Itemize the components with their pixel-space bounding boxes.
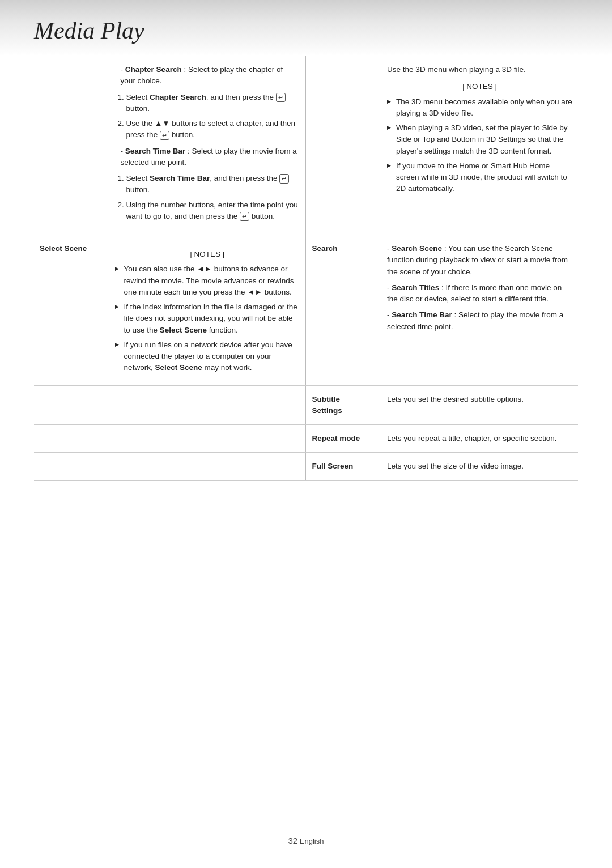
search-scene-item: - Search Scene : You can use the Search … bbox=[387, 243, 572, 278]
label-select-scene: Select Scene bbox=[34, 235, 109, 386]
notes-header-right: NOTES bbox=[387, 81, 572, 92]
enter-button-icon-3: ↵ bbox=[279, 174, 289, 183]
note-right-1: The 3D menu becomes available only when … bbox=[387, 96, 572, 120]
step-2-search: Using the number buttons, enter the time… bbox=[126, 199, 300, 223]
label-empty-1 bbox=[34, 56, 109, 235]
search-time-bar-steps: Select Search Time Bar, and then press t… bbox=[115, 173, 300, 222]
content-table: Chapter Search : Select to play the chap… bbox=[34, 56, 578, 481]
notes-header-left: NOTES bbox=[115, 249, 300, 260]
enter-button-icon-4: ↵ bbox=[240, 212, 249, 221]
3d-intro: Use the 3D menu when playing a 3D file. bbox=[387, 64, 572, 75]
enter-button-icon: ↵ bbox=[276, 93, 286, 102]
left-content-empty-fullscreen bbox=[109, 453, 306, 480]
label-empty-repeat-left bbox=[34, 425, 109, 453]
table-row: Chapter Search : Select to play the chap… bbox=[34, 56, 578, 235]
note-left-3: If you run files on a network device aft… bbox=[115, 339, 300, 374]
left-content-select-scene-notes: NOTES You can also use the ◄► buttons to… bbox=[109, 235, 306, 386]
right-content-repeat: Lets you repeat a title, chapter, or spe… bbox=[381, 425, 578, 453]
note-right-3: If you move to the Home or Smart Hub Hom… bbox=[387, 160, 572, 195]
step-1-chapter: Select Chapter Search, and then press th… bbox=[126, 92, 300, 115]
chapter-search-steps: Select Chapter Search, and then press th… bbox=[115, 92, 300, 141]
chapter-search-intro: Chapter Search : Select to play the chap… bbox=[115, 64, 300, 87]
table-row-subtitle: SubtitleSettings Lets you set the desire… bbox=[34, 385, 578, 425]
search-time-bar-intro: Search Time Bar : Select to play the mov… bbox=[115, 146, 300, 169]
note-left-2: If the index information in the file is … bbox=[115, 301, 300, 336]
right-content-subtitle: Lets you set the desired subtitle option… bbox=[381, 385, 578, 425]
notes-list-left: You can also use the ◄► buttons to advan… bbox=[115, 263, 300, 373]
page-number: 32 bbox=[288, 836, 298, 845]
label-3d bbox=[306, 56, 381, 235]
page: Media Play Chapter Search : Select to pl… bbox=[0, 0, 612, 868]
label-full-screen: Full Screen bbox=[306, 453, 381, 480]
label-empty-subtitle-left bbox=[34, 385, 109, 425]
table-row-2: Select Scene NOTES You can also use the … bbox=[34, 235, 578, 386]
label-search: Search bbox=[306, 235, 381, 386]
main-content: Chapter Search : Select to play the chap… bbox=[0, 56, 612, 504]
footer-language: English bbox=[300, 837, 324, 845]
search-time-bar-item: - Search Time Bar : Select to play the m… bbox=[387, 309, 572, 333]
right-content-fullscreen: Lets you set the size of the video image… bbox=[381, 453, 578, 480]
page-title: Media Play bbox=[34, 18, 144, 44]
left-content-empty-subtitle bbox=[109, 385, 306, 425]
left-content-empty-repeat bbox=[109, 425, 306, 453]
table-row-repeat: Repeat mode Lets you repeat a title, cha… bbox=[34, 425, 578, 453]
table-row-fullscreen: Full Screen Lets you set the size of the… bbox=[34, 453, 578, 480]
label-subtitle-settings: SubtitleSettings bbox=[306, 385, 381, 425]
right-content-3d-top: Use the 3D menu when playing a 3D file. … bbox=[381, 56, 578, 235]
right-content-search: - Search Scene : You can use the Search … bbox=[381, 235, 578, 386]
page-footer: 32 English bbox=[0, 836, 612, 845]
enter-button-icon-2: ↵ bbox=[160, 131, 169, 140]
notes-list-right: The 3D menu becomes available only when … bbox=[387, 96, 572, 195]
note-left-1: You can also use the ◄► buttons to advan… bbox=[115, 263, 300, 298]
page-header: Media Play bbox=[0, 0, 612, 56]
label-repeat-mode: Repeat mode bbox=[306, 425, 381, 453]
step-2-chapter: Use the ▲▼ buttons to select a chapter, … bbox=[126, 118, 300, 141]
search-titles-item: - Search Titles : If there is more than … bbox=[387, 282, 572, 305]
label-empty-fullscreen-left bbox=[34, 453, 109, 480]
note-right-2: When playing a 3D video, set the player … bbox=[387, 122, 572, 157]
step-1-search: Select Search Time Bar, and then press t… bbox=[126, 173, 300, 196]
left-content-chapter-search: Chapter Search : Select to play the chap… bbox=[109, 56, 306, 235]
